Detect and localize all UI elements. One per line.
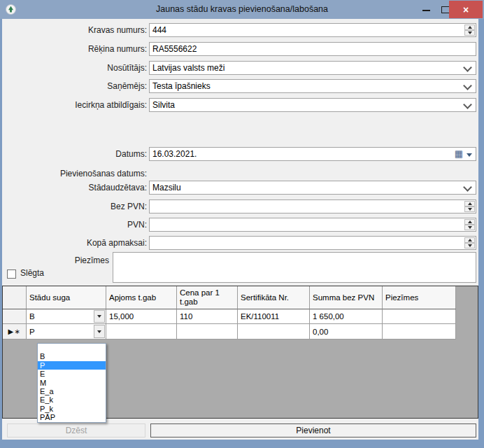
cell-summa[interactable]: 0,00 bbox=[310, 324, 383, 340]
list-item[interactable]: E bbox=[38, 370, 106, 378]
spin-down-icon[interactable] bbox=[464, 206, 475, 212]
cell-apjoms[interactable]: 15,000 bbox=[106, 309, 177, 324]
close-icon: × bbox=[463, 4, 469, 15]
piezimes-textarea[interactable] bbox=[113, 252, 476, 283]
datums-value: 16.03.2021. bbox=[152, 148, 197, 160]
list-item[interactable] bbox=[38, 344, 106, 352]
spinner-buttons[interactable] bbox=[464, 201, 475, 212]
chevron-down-icon bbox=[463, 100, 472, 109]
list-item[interactable]: PĀP bbox=[38, 413, 106, 421]
kopa-apmaksai-spinner[interactable] bbox=[149, 236, 476, 250]
table-row: B 15,000 110 EK/110011 1 650,00 bbox=[3, 309, 456, 324]
delete-button[interactable]: Dzēst bbox=[7, 424, 145, 438]
chevron-down-icon bbox=[463, 63, 472, 72]
kravas-numurs-value: 444 bbox=[152, 24, 166, 36]
nosutitajs-label: Nosūtītājs: bbox=[2, 61, 147, 75]
spin-down-icon[interactable] bbox=[464, 243, 475, 248]
slegta-label[interactable]: Slēgta bbox=[20, 268, 44, 278]
col-header-apjoms[interactable]: Apjoms t.gab bbox=[106, 286, 177, 309]
list-item[interactable]: B bbox=[38, 352, 106, 360]
pievienosanas-datums-label: Pievienošanas datums: bbox=[2, 167, 147, 181]
list-item[interactable]: M bbox=[38, 379, 106, 387]
table-row: ▶∗ P 0,00 bbox=[3, 324, 456, 340]
list-item[interactable]: E_k bbox=[38, 396, 106, 404]
col-header-sertifikats[interactable]: Sertifikāta Nr. bbox=[238, 286, 310, 309]
cell-value: P bbox=[29, 328, 35, 336]
kravas-numurs-spinner[interactable]: 444 bbox=[149, 23, 476, 37]
cell-summa[interactable]: 1 650,00 bbox=[310, 309, 383, 324]
date-dropdown-icon[interactable] bbox=[467, 153, 472, 157]
close-button[interactable]: × bbox=[449, 1, 483, 18]
chevron-down-icon bbox=[463, 81, 472, 90]
rekina-numurs-input[interactable]: RA5556622 bbox=[149, 42, 476, 56]
spin-down-icon[interactable] bbox=[464, 225, 475, 230]
stadaudzetava-label: Stādaudzētava: bbox=[2, 181, 147, 195]
rekina-numurs-label: Rēķina numurs: bbox=[2, 42, 147, 56]
list-item[interactable]: P_k bbox=[38, 405, 106, 413]
cell-piezimes[interactable] bbox=[383, 324, 456, 340]
grid-header-row: Stādu suga Apjoms t.gab Cena par 1 t.gab… bbox=[3, 286, 456, 309]
sanemejs-value: Testa īpašnieks bbox=[152, 80, 211, 92]
stadaudzetava-combobox[interactable]: Mazsilu bbox=[149, 181, 476, 195]
bez-pvn-label: Bez PVN: bbox=[2, 200, 147, 214]
stadaudzetava-value: Mazsilu bbox=[152, 181, 181, 194]
new-row-selector[interactable]: ▶∗ bbox=[3, 324, 27, 340]
spin-up-icon[interactable] bbox=[464, 201, 475, 206]
col-header-piezimes[interactable]: Piezīmes bbox=[383, 286, 456, 309]
cell-cena[interactable]: 110 bbox=[177, 309, 238, 324]
datums-datepicker[interactable]: 16.03.2021. ▦ bbox=[149, 147, 476, 161]
iecirkna-atbildigais-label: Iecirkņa atbildīgais: bbox=[2, 98, 147, 112]
iecirkna-atbildigais-value: Silvita bbox=[152, 99, 175, 111]
list-item[interactable]: E_a bbox=[38, 387, 106, 396]
spinner-buttons[interactable] bbox=[464, 24, 475, 36]
kopa-apmaksai-label: Kopā apmaksai: bbox=[2, 236, 147, 250]
add-button[interactable]: Pievienot bbox=[150, 424, 476, 438]
cell-sertifikats[interactable]: EK/110011 bbox=[238, 309, 310, 324]
spin-up-icon[interactable] bbox=[464, 219, 475, 225]
rekina-numurs-value: RA5556622 bbox=[152, 43, 197, 55]
col-header-stadu-suga[interactable]: Stādu suga bbox=[27, 286, 106, 309]
slegta-checkbox[interactable] bbox=[7, 270, 16, 279]
cell-dropdown-button[interactable] bbox=[94, 325, 105, 338]
dialog-window: Jaunas stādu kravas pievienošana/labošan… bbox=[0, 0, 484, 448]
cell-piezimes[interactable] bbox=[383, 309, 456, 324]
bez-pvn-spinner[interactable] bbox=[149, 200, 476, 214]
kravas-numurs-label: Kravas numurs: bbox=[2, 23, 147, 37]
cell-stadu-suga-combo[interactable]: P bbox=[27, 324, 106, 340]
species-dropdown-list: B P E M E_a E_k P_k PĀP bbox=[37, 343, 106, 423]
minimize-button[interactable] bbox=[417, 0, 436, 19]
list-item-selected[interactable]: P bbox=[38, 361, 106, 370]
chevron-down-icon bbox=[463, 183, 472, 192]
pvn-label: PVN: bbox=[2, 218, 147, 232]
dialog-body: Kravas numurs: 444 Rēķina numurs: RA5556… bbox=[2, 19, 478, 440]
nosutitajs-combobox[interactable]: Latvijas valsts meži bbox=[149, 61, 476, 75]
sanemejs-combobox[interactable]: Testa īpašnieks bbox=[149, 79, 476, 93]
new-row-marker-icon: ▶∗ bbox=[8, 328, 20, 335]
calendar-icon: ▦ bbox=[455, 148, 463, 160]
cell-apjoms[interactable] bbox=[106, 324, 177, 340]
col-header-cena[interactable]: Cena par 1 t.gab bbox=[177, 286, 238, 309]
cell-cena[interactable] bbox=[177, 324, 238, 340]
pvn-spinner[interactable] bbox=[149, 218, 476, 232]
spin-up-icon[interactable] bbox=[464, 24, 475, 30]
row-selector[interactable] bbox=[3, 309, 27, 324]
sanemejs-label: Saņēmējs: bbox=[2, 79, 147, 93]
minimize-icon bbox=[422, 10, 430, 11]
piezimes-label: Piezīmes bbox=[2, 253, 109, 267]
cell-stadu-suga-combo[interactable]: B bbox=[27, 309, 106, 324]
spin-up-icon[interactable] bbox=[464, 237, 475, 243]
cell-value: B bbox=[29, 312, 35, 321]
spinner-buttons[interactable] bbox=[464, 219, 475, 230]
datums-label: Datums: bbox=[2, 147, 147, 161]
iecirkna-atbildigais-combobox[interactable]: Silvita bbox=[149, 98, 476, 112]
nosutitajs-value: Latvijas valsts meži bbox=[152, 62, 225, 74]
grid-corner-cell bbox=[3, 286, 27, 309]
spinner-buttons[interactable] bbox=[464, 237, 475, 248]
col-header-summa[interactable]: Summa bez PVN bbox=[310, 286, 383, 309]
cell-sertifikats[interactable] bbox=[238, 324, 310, 340]
cell-dropdown-button[interactable] bbox=[94, 310, 105, 323]
spin-down-icon[interactable] bbox=[464, 30, 475, 36]
window-title: Jaunas stādu kravas pievienošana/labošan… bbox=[0, 0, 484, 19]
titlebar[interactable]: Jaunas stādu kravas pievienošana/labošan… bbox=[0, 0, 484, 19]
